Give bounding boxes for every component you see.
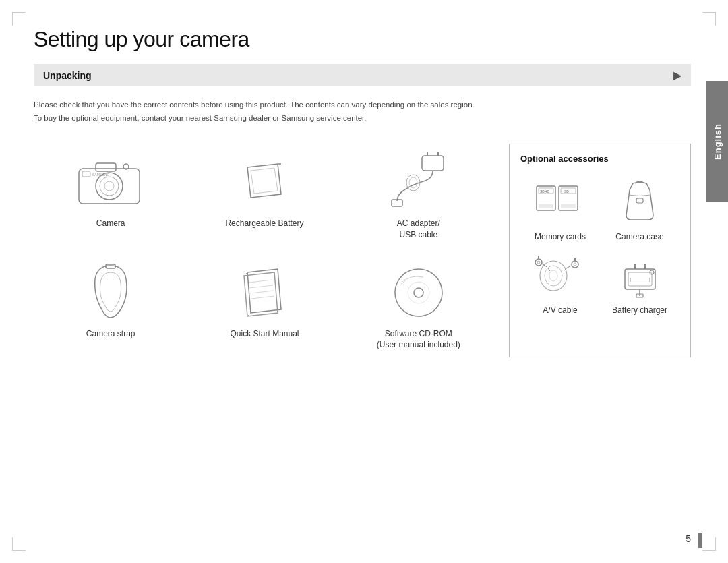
opt-camera-case-label: Camera case (615, 232, 663, 241)
optional-accessories-box: Optional accessories SDHC (509, 144, 691, 357)
section-arrow-icon: ▶ (673, 69, 681, 82)
memory-cards-icon: SDHC SD (532, 176, 589, 227)
svg-point-44 (537, 261, 540, 264)
section-header: Unpacking ▶ (34, 64, 691, 86)
item-battery-label: Rechargeable Battery (225, 218, 303, 229)
svg-point-47 (574, 263, 576, 266)
language-label: English (712, 123, 723, 160)
opt-memory-cards-label: Memory cards (535, 232, 586, 241)
svg-line-20 (249, 280, 272, 283)
opt-battery-charger-label: Battery charger (612, 305, 667, 315)
av-cable-icon (532, 249, 589, 300)
svg-rect-5 (82, 171, 90, 177)
camera-icon: SAMSUNG (73, 150, 148, 211)
svg-rect-11 (422, 156, 444, 171)
item-cdrom-label: Software CD-ROM(User manual included) (377, 328, 460, 351)
svg-point-41 (545, 266, 562, 286)
svg-point-42 (549, 270, 557, 281)
svg-marker-9 (251, 168, 278, 194)
main-items-grid: SAMSUNG Camera (34, 144, 495, 357)
svg-point-46 (572, 261, 578, 268)
opt-item-battery-charger: Battery charger (600, 249, 679, 315)
corner-mark-tl (12, 12, 26, 26)
opt-av-cable-label: A/V cable (543, 305, 577, 315)
description-line1: Please check that you have the correct c… (34, 100, 475, 109)
corner-mark-bl (12, 537, 26, 551)
battery-charger-icon (611, 249, 669, 300)
item-battery: Rechargeable Battery (187, 144, 341, 247)
item-strap: Camera strap (34, 254, 187, 358)
description: Please check that you have the correct c… (34, 98, 691, 125)
page-number: 5 (686, 533, 691, 544)
svg-point-2 (100, 177, 119, 196)
language-tab: English (706, 81, 728, 202)
svg-text:SAMSUNG: SAMSUNG (92, 173, 109, 177)
svg-text:SD: SD (564, 189, 569, 194)
item-ac-adapter-label: AC adapter/USB cable (397, 218, 440, 241)
strap-icon (73, 261, 148, 322)
svg-text:SDHC: SDHC (540, 189, 550, 194)
item-ac-adapter: AC adapter/USB cable (342, 144, 495, 247)
corner-mark-br (702, 537, 716, 551)
svg-point-16 (409, 177, 417, 188)
svg-point-43 (535, 259, 542, 266)
manual-icon (227, 261, 301, 322)
item-cdrom: Software CD-ROM(User manual included) (342, 254, 495, 358)
svg-rect-4 (96, 163, 116, 171)
ac-adapter-icon (382, 150, 456, 211)
svg-line-21 (249, 285, 273, 288)
description-line2: To buy the optional equipment, contact y… (34, 114, 367, 122)
svg-line-22 (250, 291, 274, 293)
camera-case-icon (611, 176, 669, 227)
svg-rect-50 (628, 272, 652, 286)
page-container: English 5 Setting up your camera Unpacki… (0, 0, 728, 563)
svg-line-23 (251, 296, 274, 299)
battery-icon (227, 150, 301, 211)
items-area: SAMSUNG Camera (34, 144, 691, 357)
item-camera-label: Camera (96, 218, 125, 229)
svg-point-3 (104, 181, 114, 191)
opt-item-memory-cards: SDHC SD (520, 176, 600, 241)
main-content: Setting up your camera Unpacking ▶ Pleas… (34, 27, 691, 357)
opt-item-av-cable: A/V cable (520, 249, 600, 315)
item-manual: Quick Start Manual (187, 254, 341, 358)
optional-grid: SDHC SD (520, 176, 679, 315)
item-manual-label: Quick Start Manual (230, 328, 299, 340)
corner-mark-tr (702, 12, 716, 26)
section-title: Unpacking (43, 70, 92, 81)
page-title: Setting up your camera (34, 27, 691, 52)
svg-point-26 (392, 266, 446, 320)
opt-item-camera-case: Camera case (600, 176, 679, 241)
cdrom-icon (382, 261, 456, 322)
svg-point-27 (414, 288, 423, 297)
item-strap-label: Camera strap (86, 328, 135, 340)
svg-point-28 (408, 282, 429, 303)
svg-rect-39 (636, 198, 643, 203)
page-number-bar (698, 533, 702, 548)
item-camera: SAMSUNG Camera (34, 144, 187, 247)
optional-title: Optional accessories (520, 154, 679, 164)
